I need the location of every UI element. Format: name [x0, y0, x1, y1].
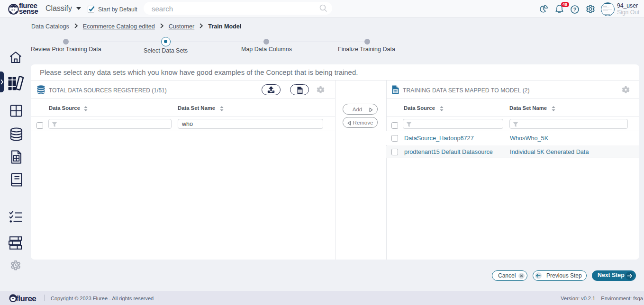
svg-text:?: ?: [573, 7, 577, 12]
